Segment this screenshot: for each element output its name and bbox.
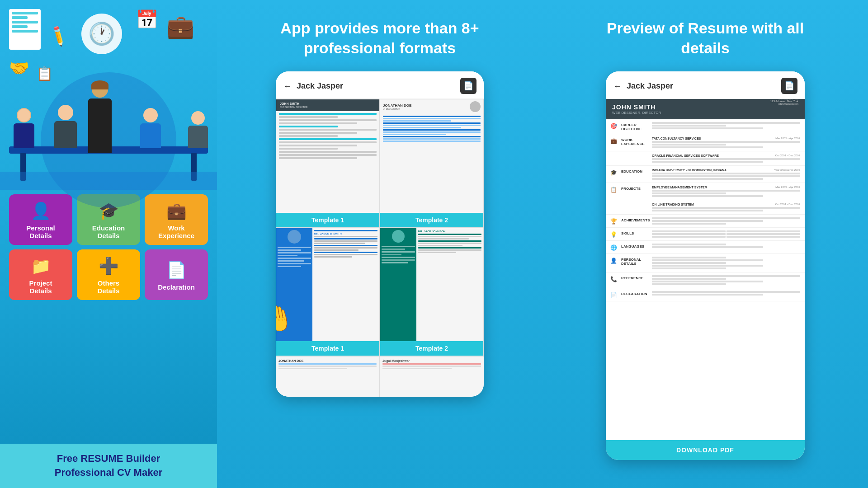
- extra-templates-row: JONATHAN DOE Jugal Manjeshwar: [276, 356, 484, 397]
- illustration-area: 💼 📅 ✏️ 🤝 📋: [0, 0, 217, 190]
- clock-icon: [81, 14, 122, 54]
- panel2: App provides more than 8+ professional f…: [217, 0, 542, 488]
- template-label-2-bottom[interactable]: Template 2: [380, 341, 483, 356]
- calendar-icon: 📅: [136, 9, 158, 30]
- menu-item-declaration[interactable]: 📄 Declaration: [145, 249, 208, 300]
- resume-header: JOHN SMITH WEB DESIGNER, DIRECTOR +1 (55…: [606, 99, 805, 119]
- section-declaration: 📄 DECLARATION: [606, 288, 805, 301]
- download-pdf-button[interactable]: DOWNLOAD PDF: [606, 440, 805, 460]
- section-work-experience-1: 💼 WORK EXPERIENCE TATA CONSULTANCY SERVI…: [606, 134, 805, 151]
- template-cell-2-bottom[interactable]: MR. JACK JOHNSON Templat: [380, 228, 484, 357]
- section-personal-details: 👤 PERSONAL DETAILS: [606, 254, 805, 272]
- panel2-title: App provides more than 8+ professional f…: [280, 18, 479, 58]
- panel1: 💼 📅 ✏️ 🤝 📋: [0, 0, 217, 488]
- scene-area: [0, 63, 217, 190]
- panel3-title: Preview of Resume with all details: [607, 18, 804, 58]
- resume-detail: JOHN SMITH WEB DESIGNER, DIRECTOR +1 (55…: [606, 99, 805, 460]
- section-achievements: 🏆 ACHIEVEMENTS: [606, 215, 805, 228]
- save-icon-btn-2[interactable]: 📄: [781, 78, 797, 94]
- phone-title-2: Jack Jasper: [627, 81, 777, 91]
- person-2: [54, 105, 77, 148]
- person-4: [140, 108, 161, 148]
- section-skills: 💡 SKILLS: [606, 228, 805, 241]
- template-preview-1: JOHN SMITHSUB SECTION DIRECTOR: [276, 99, 379, 213]
- resume-body: 🎯 CAREER OBJECTIVE 💼 WORK EXPERIENCE TAT…: [606, 119, 805, 440]
- menu-item-project-details[interactable]: 📁 Project Details: [9, 249, 72, 300]
- template-label-1-bottom[interactable]: Template 1: [276, 341, 379, 356]
- pen-icon: ✏️: [47, 24, 71, 48]
- resume-name: JOHN SMITH: [612, 103, 661, 111]
- templates-grid: JOHN SMITHSUB SECTION DIRECTOR: [276, 99, 484, 356]
- phone-title: Jack Jasper: [297, 81, 456, 91]
- bottom-banner: Free RESUME Builder Professional CV Make…: [0, 444, 217, 488]
- section-education: 🎓 EDUCATION INDIANA UNIVERSITY - BLOOMIN…: [606, 166, 805, 183]
- back-button[interactable]: ←: [283, 81, 292, 91]
- others-icon: ➕: [99, 257, 119, 276]
- menu-item-work-experience[interactable]: 💼 Work Experience: [145, 194, 208, 245]
- menu-item-others-details[interactable]: ➕ Others Details: [77, 249, 140, 300]
- template-cell-2-top[interactable]: JONATHAN DOE UI DEVELOPER: [380, 99, 484, 228]
- person-3: [88, 81, 112, 153]
- section-career-objective: 🎯 CAREER OBJECTIVE: [606, 119, 805, 134]
- panel3: Preview of Resume with all details ← Jac…: [542, 0, 868, 488]
- menu-item-personal-details[interactable]: 👤 Personal Details: [9, 194, 72, 245]
- resume-contact: +1 (555) 123-456 123 Address, New York j…: [770, 99, 798, 105]
- section-reference: 📞 REFERENCE: [606, 272, 805, 288]
- work-icon: 💼: [166, 202, 187, 221]
- section-projects-2: ON LINE TRADING SYSTEM Oct 2001 - Dec 20…: [606, 200, 805, 215]
- phone-header-2: ← Jack Jasper 📄: [606, 71, 805, 99]
- person-5: [188, 111, 208, 148]
- template-label-2-top[interactable]: Template 2: [380, 213, 483, 227]
- template-cell-1-top[interactable]: JOHN SMITHSUB SECTION DIRECTOR: [276, 99, 380, 228]
- template-preview-2: JONATHAN DOE UI DEVELOPER: [380, 99, 483, 213]
- save-icon-btn[interactable]: 📄: [460, 78, 476, 94]
- person-1: [14, 108, 34, 148]
- resume-doc-icon: [9, 9, 41, 50]
- resume-subtitle: WEB DESIGNER, DIRECTOR: [612, 111, 661, 115]
- template-preview-4: MR. JACK JOHNSON: [380, 228, 483, 342]
- person-icon: 👤: [31, 202, 51, 221]
- declaration-icon: 📄: [166, 261, 187, 280]
- project-icon: 📁: [31, 257, 51, 276]
- template-label-1-top[interactable]: Template 1: [276, 213, 379, 227]
- briefcase-icon: 💼: [166, 14, 194, 40]
- back-button-2[interactable]: ←: [613, 81, 622, 91]
- section-work-experience-2: ORACLE FINANCIAL SERVICES SOFTWARE Oct 2…: [606, 151, 805, 166]
- phone-mockup-templates: ← Jack Jasper 📄 JOHN SMITHSUB SECTION DI…: [276, 71, 484, 397]
- phone-mockup-preview: ← Jack Jasper 📄 JOHN SMITH WEB DESIGNER,…: [606, 71, 805, 460]
- phone-header: ← Jack Jasper 📄: [276, 71, 484, 99]
- section-languages: 🌐 LANGUAGES: [606, 241, 805, 254]
- section-projects-1: 📋 PROJECTS EMPLOYEE MANAGEMENT SYSTEM Ma…: [606, 183, 805, 200]
- template-cell-1-bottom[interactable]: MR. JASON W SMITH: [276, 228, 380, 357]
